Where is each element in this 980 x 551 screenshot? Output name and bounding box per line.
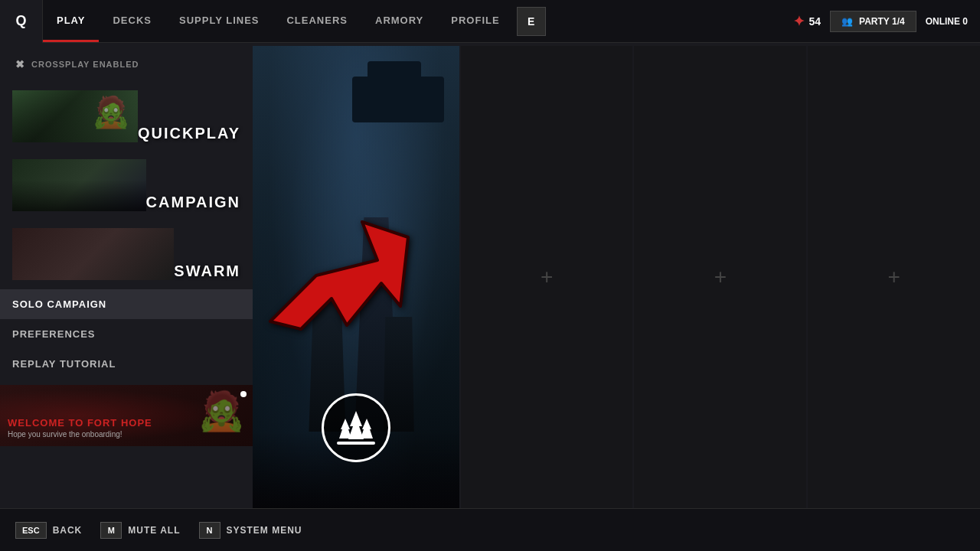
system-menu-button[interactable]: N SYSTEM MENU [199,522,302,539]
mute-all-button[interactable]: M MUTE ALL [100,522,180,539]
esc-key: ESC [15,522,47,539]
nav-item-armory[interactable]: ARMORY [361,0,437,42]
crossplay-banner: ✖ CROSSPLAY ENABLED [0,58,253,83]
news-content: WELCOME TO FORT HOPE Hope you survive th… [8,417,152,439]
sidebar-item-solo-campaign[interactable]: SOLO CAMPAIGN [0,289,253,319]
nav-item-decks[interactable]: DECKS [99,0,165,42]
main-panel-background [253,46,459,508]
nav-item-profile[interactable]: PROFILE [437,0,513,42]
menu-card-swarm[interactable]: SWARM [0,220,253,288]
nav-items: PLAY DECKS SUPPLY LINES CLEANERS ARMORY … [43,0,793,42]
svg-marker-3 [339,419,351,439]
currency-display: ✦ 54 [793,13,822,30]
news-card[interactable]: WELCOME TO FORT HOPE Hope you survive th… [0,385,253,446]
menu-card-campaign[interactable]: CAMPAIGN [0,152,253,219]
back-button[interactable]: ESC BACK [15,522,82,539]
car-silhouette [352,77,444,122]
crossplay-icon: ✖ [15,58,25,70]
empty-slot-4[interactable]: + [808,46,980,508]
top-navigation: Q PLAY DECKS SUPPLY LINES CLEANERS ARMOR… [0,0,980,43]
player-slot-2[interactable]: + [461,46,633,508]
player-slot-3[interactable]: + [634,46,806,508]
e-button[interactable]: E [517,7,546,36]
add-player-4-icon: + [887,265,900,289]
empty-slot-2[interactable]: + [461,46,633,508]
mute-label: MUTE ALL [128,525,180,536]
svg-rect-5 [337,442,375,445]
quickplay-background [12,90,138,142]
sidebar-item-preferences[interactable]: PREFERENCES [0,319,253,349]
online-badge: ONLINE 0 [926,16,968,27]
player-slot-4[interactable]: + [808,46,980,508]
add-player-3-icon: + [714,265,727,289]
menu-card-quickplay[interactable]: QUICKPLAY [0,83,253,150]
back-label: BACK [53,525,83,536]
svg-marker-4 [361,419,373,439]
news-subtitle: Hope you survive the onboarding! [8,430,152,439]
swarm-background [12,228,174,280]
quickplay-label: QUICKPLAY [138,125,240,142]
system-menu-label: SYSTEM MENU [227,525,302,536]
nav-item-supply-lines[interactable]: SUPPLY LINES [165,0,273,42]
main-content: ✖ CROSSPLAY ENABLED QUICKPLAY CAMPAIGN S… [0,43,980,508]
empty-slot-3[interactable]: + [634,46,806,508]
campaign-label: CAMPAIGN [146,194,240,211]
content-area: + + + [253,43,980,508]
nav-item-cleaners[interactable]: CLEANERS [273,0,361,42]
party-button[interactable]: 👥 PARTY 1/4 [830,11,916,32]
bottom-bar: ESC BACK M MUTE ALL N SYSTEM MENU [0,508,980,551]
news-dot [240,391,247,397]
add-player-2-icon: + [541,265,553,289]
n-key: N [199,522,220,539]
svg-marker-2 [348,411,364,439]
sidebar: ✖ CROSSPLAY ENABLED QUICKPLAY CAMPAIGN S… [0,43,253,508]
campaign-background [12,159,146,211]
tree-icon-svg [333,405,379,451]
swarm-label: SWARM [174,262,240,280]
character-circle-icon [322,393,390,462]
main-character-slot[interactable] [253,46,459,508]
news-title: WELCOME TO FORT HOPE [8,417,152,429]
m-key: M [100,522,122,539]
nav-item-play[interactable]: PLAY [43,0,99,42]
nav-right: ✦ 54 👥 PARTY 1/4 ONLINE 0 [793,11,981,32]
q-button[interactable]: Q [0,0,43,43]
currency-icon: ✦ [793,13,805,30]
party-icon: 👥 [841,16,853,27]
sidebar-item-replay-tutorial[interactable]: REPLAY TUTORIAL [0,349,253,379]
